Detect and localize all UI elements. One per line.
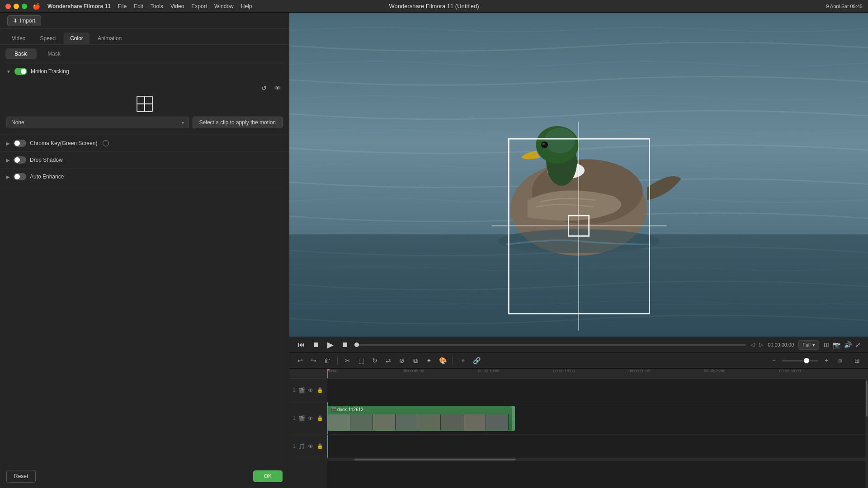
tab-speed[interactable]: Speed bbox=[33, 33, 62, 44]
track-row-audio[interactable] bbox=[327, 435, 865, 458]
redo-button[interactable]: ↪ bbox=[308, 355, 319, 366]
eye-icon-track1[interactable]: 👁 bbox=[308, 415, 313, 422]
close-btn[interactable] bbox=[5, 4, 11, 9]
lock-icon-track1[interactable]: 🔒 bbox=[317, 415, 323, 421]
flip-button[interactable]: ⇄ bbox=[383, 355, 394, 366]
clip-thumbnails bbox=[328, 414, 514, 431]
menu-edit[interactable]: Edit bbox=[134, 3, 143, 9]
thumb-1 bbox=[328, 414, 350, 431]
menu-export[interactable]: Export bbox=[191, 3, 207, 9]
vertical-scrollbar-thumb[interactable] bbox=[866, 380, 868, 416]
horizontal-scrollbar[interactable] bbox=[327, 458, 865, 461]
section-auto-enhance: ▶ Auto Enhance bbox=[0, 169, 289, 185]
zoom-out-button[interactable]: − bbox=[769, 355, 779, 366]
minimize-btn[interactable] bbox=[14, 4, 19, 9]
eye-icon-audio[interactable]: 👁 bbox=[308, 443, 313, 450]
rotate-button[interactable]: ↻ bbox=[369, 355, 380, 366]
auto-enhance-toggle[interactable] bbox=[14, 173, 26, 180]
menu-tools[interactable]: Tools bbox=[151, 3, 163, 9]
zoom-in-button[interactable]: + bbox=[821, 355, 832, 366]
reset-button[interactable]: Reset bbox=[6, 470, 36, 483]
track-row-1[interactable]: 🎬 duck-112613 bbox=[327, 402, 865, 435]
prev-frame-button[interactable]: ◁ bbox=[750, 342, 755, 348]
volume-icon[interactable]: 🔊 bbox=[844, 341, 852, 348]
drop-shadow-header[interactable]: ▶ Drop Shadow bbox=[0, 152, 289, 168]
undo-button[interactable]: ↩ bbox=[295, 355, 306, 366]
apply-motion-button[interactable]: Select a clip to apply the motion bbox=[193, 117, 283, 128]
timecode-display: 00:00:00:00 bbox=[768, 342, 794, 347]
menu-help[interactable]: Help bbox=[241, 3, 252, 9]
ok-button[interactable]: OK bbox=[253, 470, 283, 482]
menu-window[interactable]: Window bbox=[214, 3, 234, 9]
section-motion-tracking: ▼ Motion Tracking ↺ 👁 bbox=[0, 63, 289, 135]
titlebar: 🍎 Wondershare Filmora 11 File Edit Tools… bbox=[0, 0, 868, 13]
video-icon-track2: 🎬 bbox=[298, 387, 305, 394]
info-icon[interactable]: i bbox=[103, 140, 109, 146]
delete-button[interactable]: 🗑 bbox=[322, 355, 333, 366]
thumb-7 bbox=[463, 414, 486, 431]
eye-tracking-icon[interactable]: 👁 bbox=[273, 83, 283, 93]
drop-shadow-toggle[interactable] bbox=[14, 156, 26, 164]
lock-icon-audio[interactable]: 🔒 bbox=[317, 443, 323, 449]
eye-icon-track2[interactable]: 👁 bbox=[308, 387, 313, 394]
split-button[interactable]: ⊘ bbox=[396, 355, 407, 366]
refresh-icon[interactable]: ↺ bbox=[259, 83, 269, 93]
svg-point-9 bbox=[542, 143, 545, 145]
app-name-label: Wondershare Filmora 11 bbox=[47, 3, 111, 9]
link-button[interactable]: 🔗 bbox=[471, 355, 482, 366]
tab-color[interactable]: Color bbox=[64, 33, 90, 44]
motion-tracking-toggle[interactable] bbox=[14, 68, 27, 75]
timeline-scroll-area[interactable]: 00:00 00:00:05:00 00:00:10:00 00:00:15:0… bbox=[327, 369, 865, 488]
fit-button[interactable]: ⊞ bbox=[835, 355, 845, 366]
sub-tab-mask[interactable]: Mask bbox=[38, 48, 70, 59]
add-track-button[interactable]: + bbox=[458, 355, 468, 366]
fullscreen-icon[interactable]: ⤢ bbox=[855, 341, 861, 348]
play-button[interactable]: ▶ bbox=[326, 340, 335, 350]
scrollbar-thumb[interactable] bbox=[354, 459, 516, 460]
vertical-scrollbar[interactable] bbox=[865, 369, 868, 488]
motion-select[interactable]: None ▾ bbox=[6, 117, 189, 128]
timeline-track-headers: 2 🎬 👁 🔒 1 🎬 👁 🔒 1 bbox=[289, 369, 327, 488]
next-frame-button[interactable]: ▷ bbox=[759, 342, 763, 348]
cut-button[interactable]: ✂ bbox=[342, 355, 353, 366]
traffic-lights[interactable] bbox=[5, 4, 27, 9]
track-header-1: 1 🎬 👁 🔒 bbox=[289, 402, 327, 435]
track-row-2[interactable] bbox=[327, 379, 865, 402]
color-button[interactable]: 🎨 bbox=[437, 355, 448, 366]
menu-video[interactable]: Video bbox=[170, 3, 184, 9]
chroma-key-header[interactable]: ▶ Chroma Key(Green Screen) i bbox=[0, 135, 289, 151]
motion-tracking-header[interactable]: ▼ Motion Tracking bbox=[0, 63, 289, 80]
sub-tab-basic[interactable]: Basic bbox=[5, 48, 37, 59]
motion-row: None ▾ Select a clip to apply the motion bbox=[6, 117, 283, 128]
ruler-ts-6: 00:00:30:00 bbox=[779, 369, 801, 373]
maximize-btn[interactable] bbox=[22, 4, 27, 9]
screenshot-icon[interactable]: 📷 bbox=[833, 341, 840, 348]
step-back-button[interactable]: ⏹ bbox=[311, 340, 321, 350]
tab-animation[interactable]: Animation bbox=[91, 33, 128, 44]
playback-right-icons: ⊞ 📷 🔊 ⤢ bbox=[824, 341, 861, 348]
auto-enhance-header[interactable]: ▶ Auto Enhance bbox=[0, 169, 289, 185]
menu-file[interactable]: File bbox=[118, 3, 127, 9]
timeline-ruler: 00:00 00:00:05:00 00:00:10:00 00:00:15:0… bbox=[327, 369, 865, 379]
quality-select[interactable]: Full ▾ bbox=[798, 340, 819, 350]
chroma-key-toggle[interactable] bbox=[14, 140, 26, 147]
grid-button[interactable]: ⊞ bbox=[852, 355, 863, 366]
ruler-ts-3: 00:00:15:00 bbox=[553, 369, 575, 373]
tab-video[interactable]: Video bbox=[5, 33, 32, 44]
rewind-button[interactable]: ⏮ bbox=[297, 340, 307, 350]
import-button[interactable]: ⬇ Import bbox=[7, 15, 41, 26]
progress-bar[interactable] bbox=[354, 344, 746, 346]
auto-enhance-title: Auto Enhance bbox=[30, 174, 64, 180]
crop-icon[interactable]: ⊞ bbox=[824, 341, 829, 348]
clip-right-handle[interactable]: ⋮ bbox=[512, 406, 514, 431]
video-clip[interactable]: 🎬 duck-112613 bbox=[327, 406, 515, 431]
stop-button[interactable]: ⏹ bbox=[340, 340, 350, 350]
transition-button[interactable]: ⧉ bbox=[410, 355, 421, 366]
crop-timeline-button[interactable]: ⬚ bbox=[356, 355, 367, 366]
left-panel: ⬇ Import Video Speed Color Animation Bas… bbox=[0, 13, 289, 488]
toolbar-separator-1 bbox=[337, 357, 338, 365]
panel-scroll-area[interactable]: ▼ Motion Tracking ↺ 👁 bbox=[0, 63, 289, 465]
lock-icon-track2[interactable]: 🔒 bbox=[317, 387, 323, 393]
zoom-slider[interactable] bbox=[782, 360, 818, 361]
effects-button[interactable]: ✦ bbox=[424, 355, 434, 366]
